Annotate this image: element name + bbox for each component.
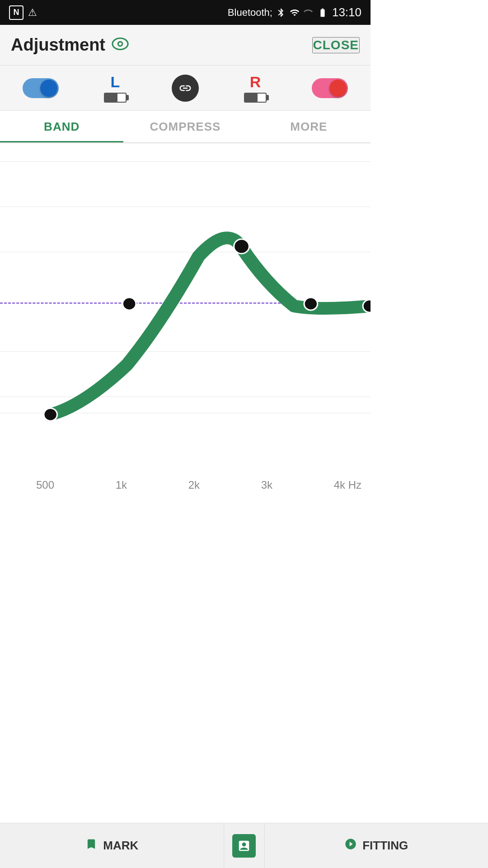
status-bar: N ⚠ Bluetooth; 13:10 (0, 0, 371, 25)
center-button[interactable] (224, 823, 265, 868)
left-toggle[interactable] (23, 78, 59, 98)
right-ear-letter: R (250, 73, 261, 91)
right-ear-label: R (244, 73, 267, 103)
control-point-1[interactable] (44, 408, 57, 421)
left-ear-letter: L (111, 73, 120, 91)
signal-icon (303, 8, 313, 18)
control-point-3[interactable] (234, 239, 249, 254)
clock: 13:10 (332, 5, 361, 19)
svg-point-2 (119, 42, 122, 45)
bluetooth-icon (276, 8, 286, 18)
control-point-4[interactable] (304, 297, 318, 310)
link-button[interactable] (172, 75, 199, 102)
control-point-5[interactable] (363, 300, 371, 312)
mark-button[interactable]: MARK (0, 823, 224, 868)
tab-more[interactable]: MORE (247, 111, 371, 142)
control-point-2[interactable] (122, 297, 136, 310)
fitting-button[interactable]: FITTING (265, 823, 371, 868)
close-button[interactable]: CLOSE (312, 37, 360, 53)
header-title-group: Adjustment (11, 35, 129, 55)
page-title: Adjustment (11, 35, 105, 55)
bluetooth-icon: Bluetooth; (228, 7, 272, 19)
left-battery (104, 93, 127, 103)
mark-icon (85, 838, 98, 854)
mark-label: MARK (103, 839, 138, 853)
fitting-label: FITTING (362, 839, 371, 853)
tab-compress[interactable]: COMPRESS (123, 111, 247, 142)
status-left: N ⚠ (9, 5, 37, 20)
chart-area: 100% 50% 10% 500 (0, 143, 371, 496)
right-battery-fill (245, 94, 258, 102)
tab-band[interactable]: BAND (0, 111, 123, 142)
right-battery (244, 93, 267, 103)
x-label-1k: 1k (116, 479, 127, 491)
eye-icon (112, 36, 129, 54)
warning-icon: ⚠ (28, 7, 37, 19)
n-logo-icon: N (9, 5, 23, 20)
tabs-row: BAND COMPRESS MORE (0, 111, 371, 143)
x-label-500: 500 (36, 479, 54, 491)
fitting-icon (344, 838, 357, 854)
left-battery-fill (105, 94, 117, 102)
spacer (0, 496, 371, 823)
controls-row: L R (0, 66, 371, 111)
x-label-3k: 3k (261, 479, 272, 491)
x-label-4k: 4k Hz (334, 479, 361, 491)
band-curve-svg[interactable] (36, 143, 371, 433)
left-ear-label: L (104, 73, 127, 103)
right-toggle[interactable] (312, 78, 348, 98)
bottom-bar: MARK FITTING (0, 823, 371, 868)
wifi-icon (290, 8, 300, 18)
center-icon (232, 834, 256, 858)
x-label-2k: 2k (188, 479, 200, 491)
x-axis: 500 1k 2k 3k 4k Hz (36, 474, 361, 491)
app-header: Adjustment CLOSE (0, 25, 371, 66)
battery-icon (317, 8, 328, 18)
status-right: Bluetooth; 13:10 (228, 5, 361, 19)
band-curve-path (51, 238, 371, 415)
